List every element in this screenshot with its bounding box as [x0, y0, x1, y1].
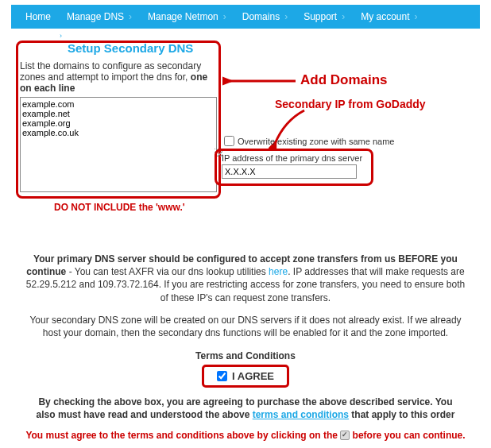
- overwrite-label: Overwrite existing zone with same name: [238, 137, 394, 146]
- annotation-add-domains: Add Domains: [300, 72, 388, 88]
- annotation-no-www: DO NOT INCLUDE the 'www.': [54, 202, 221, 213]
- ip-label: IP address of the primary dns server: [222, 153, 366, 163]
- nav-domains[interactable]: Domains›: [234, 11, 296, 22]
- breadcrumb-chev-icon: ›: [60, 32, 475, 40]
- disclaimer-text: By checking the above box, you are agree…: [32, 396, 459, 421]
- here-link[interactable]: here: [269, 266, 288, 277]
- ip-input[interactable]: [222, 164, 357, 179]
- agree-highlight: I AGREE: [202, 365, 289, 388]
- terms-link[interactable]: terms and conditions: [253, 409, 349, 420]
- nav-my-account[interactable]: My account›: [353, 11, 425, 22]
- overwrite-row: Overwrite existing zone with same name: [224, 136, 394, 146]
- agree-label: I AGREE: [232, 370, 274, 382]
- info-block-2: Your secondary DNS zone will be created …: [24, 314, 467, 339]
- chevron-down-icon: ›: [129, 11, 132, 22]
- chevron-down-icon: ›: [284, 11, 288, 22]
- ip-highlight: IP address of the primary dns server: [215, 149, 373, 186]
- terms-title: Terms and Conditions: [16, 350, 475, 361]
- chevron-down-icon: ›: [223, 11, 226, 22]
- nav-home[interactable]: Home: [17, 11, 59, 22]
- overwrite-checkbox[interactable]: [224, 136, 234, 146]
- domains-highlight: List the domains to configure as seconda…: [16, 41, 221, 199]
- info-block-1: Your primary DNS server should be config…: [24, 253, 467, 304]
- warning-text: You must agree to the terms and conditio…: [25, 430, 466, 441]
- chevron-down-icon: ›: [342, 11, 345, 22]
- arrow-icon: [222, 74, 299, 88]
- checkbox-icon: [340, 431, 350, 440]
- nav-manage-netmon[interactable]: Manage Netmon›: [140, 11, 234, 22]
- nav-support[interactable]: Support›: [296, 11, 353, 22]
- instruction-text: List the domains to configure as seconda…: [20, 60, 217, 94]
- agree-checkbox[interactable]: [217, 371, 227, 381]
- chevron-down-icon: ›: [415, 11, 418, 22]
- nav-manage-dns[interactable]: Manage DNS›: [59, 11, 140, 22]
- top-nav: Home Manage DNS› Manage Netmon› Domains›…: [11, 5, 480, 29]
- domains-textarea[interactable]: [20, 97, 217, 192]
